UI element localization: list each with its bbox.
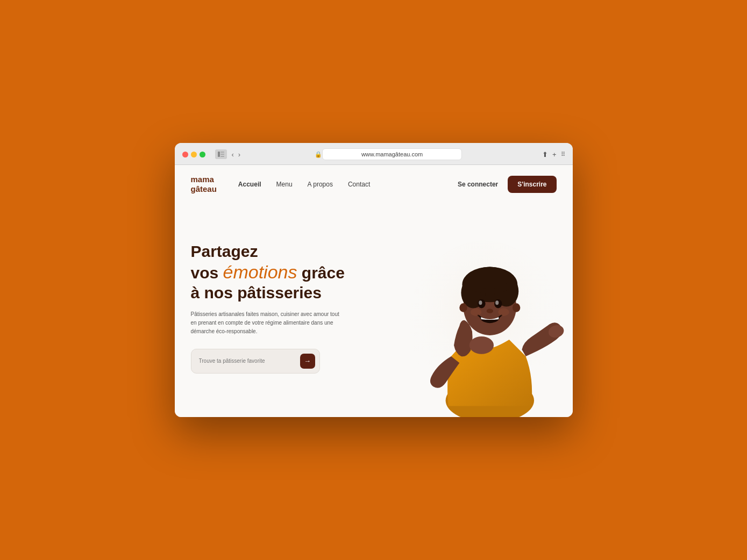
logo: mama gâteau <box>191 175 217 194</box>
hero-subtitle: Pâtisseries artisanales faites maison, c… <box>191 310 342 336</box>
svg-point-19 <box>470 308 481 316</box>
hero-image <box>374 204 573 417</box>
sidebar-toggle-btn[interactable] <box>215 149 227 159</box>
svg-point-7 <box>469 336 493 354</box>
nav-link-apropos[interactable]: A propos <box>308 181 333 188</box>
nav-link-accueil[interactable]: Accueil <box>238 181 261 188</box>
login-button[interactable]: Se connecter <box>458 181 498 188</box>
search-bar: → <box>191 349 320 374</box>
back-button[interactable]: ‹ <box>230 150 236 159</box>
traffic-lights <box>182 152 205 157</box>
svg-point-17 <box>479 300 482 305</box>
arrow-right-icon: → <box>304 357 311 365</box>
traffic-light-red[interactable] <box>182 152 188 157</box>
hero-content: Partagez vos émotions grâce à nos pâtiss… <box>175 204 394 417</box>
svg-rect-0 <box>218 152 220 157</box>
svg-point-18 <box>495 300 499 305</box>
search-button[interactable]: → <box>300 354 315 369</box>
hero-title: Partagez vos émotions grâce à nos pâtiss… <box>191 242 378 303</box>
svg-point-20 <box>498 308 509 316</box>
browser-page: mama gâteau Accueil Menu A propos Contac… <box>175 165 573 417</box>
svg-point-23 <box>512 303 520 312</box>
nav-arrows: ‹ › <box>230 150 243 159</box>
navbar: mama gâteau Accueil Menu A propos Contac… <box>175 165 573 204</box>
browser-chrome: ‹ › 🔒 www.mamagâteau.com ⬆ + ⠿ <box>175 143 573 165</box>
traffic-light-green[interactable] <box>200 152 205 157</box>
nav-auth: Se connecter S'inscrire <box>458 176 557 193</box>
signup-button[interactable]: S'inscrire <box>508 176 556 193</box>
browser-actions: ⬆ + ⠿ <box>542 150 565 159</box>
nav-links: Accueil Menu A propos Contact <box>238 181 458 188</box>
address-bar-container: 🔒 www.mamagâteau.com <box>247 148 537 160</box>
svg-point-22 <box>459 303 467 312</box>
nav-link-contact[interactable]: Contact <box>348 181 370 188</box>
svg-rect-2 <box>220 154 224 155</box>
woman-illustration <box>374 204 573 417</box>
search-input[interactable] <box>199 358 300 364</box>
new-tab-icon[interactable]: + <box>552 150 557 159</box>
browser-controls: ‹ › <box>215 149 243 159</box>
hero-section: Partagez vos émotions grâce à nos pâtiss… <box>175 204 573 417</box>
nav-link-menu[interactable]: Menu <box>276 181 293 188</box>
svg-rect-3 <box>220 156 224 157</box>
svg-rect-1 <box>220 152 224 153</box>
svg-point-14 <box>470 267 509 289</box>
lock-icon: 🔒 <box>315 151 322 158</box>
grid-icon[interactable]: ⠿ <box>561 151 565 158</box>
traffic-light-yellow[interactable] <box>191 152 197 157</box>
forward-button[interactable]: › <box>237 150 242 159</box>
share-icon[interactable]: ⬆ <box>542 150 548 159</box>
browser-window: ‹ › 🔒 www.mamagâteau.com ⬆ + ⠿ mama gâte… <box>175 143 573 417</box>
address-bar[interactable]: www.mamagâteau.com <box>322 148 462 160</box>
svg-point-21 <box>486 309 493 313</box>
